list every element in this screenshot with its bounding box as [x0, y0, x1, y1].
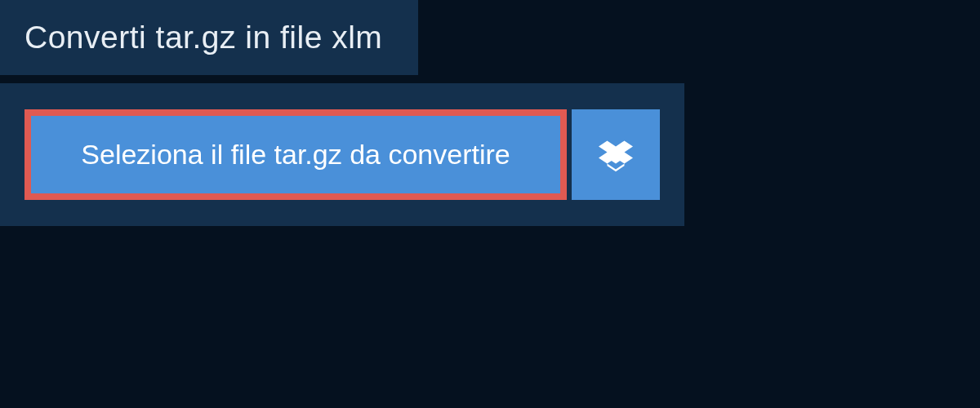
select-file-label: Seleziona il file tar.gz da convertire [81, 139, 510, 171]
dropbox-button[interactable] [572, 109, 660, 200]
dropbox-icon [599, 138, 633, 172]
upload-panel: Seleziona il file tar.gz da convertire [0, 83, 684, 226]
page-title: Converti tar.gz in file xlm [24, 20, 382, 55]
tab-header: Converti tar.gz in file xlm [0, 0, 418, 75]
select-file-button[interactable]: Seleziona il file tar.gz da convertire [24, 109, 567, 200]
